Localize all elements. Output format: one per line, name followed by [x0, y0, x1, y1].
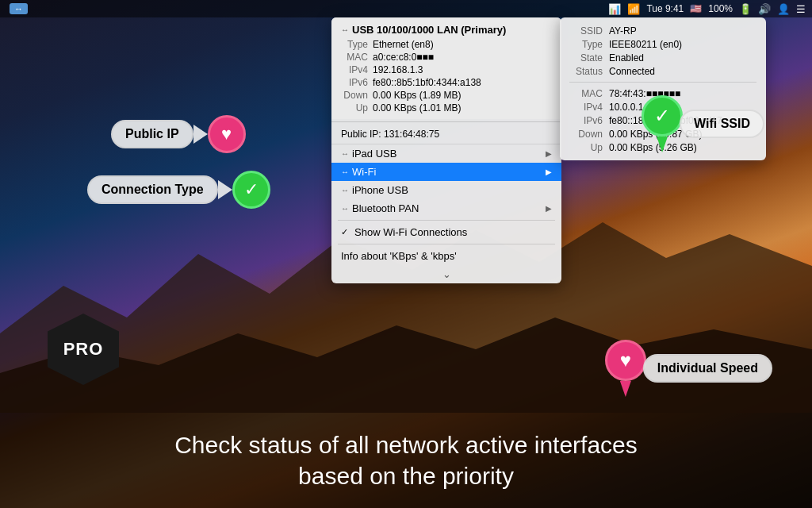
individual-speed-pointer: ♥ — [605, 340, 646, 397]
public-ip-row: Public IP: 131:64:48:75 — [331, 125, 561, 144]
battery-icon: 🔋 — [739, 3, 752, 15]
show-wifi-checkmark: ✓ — [341, 227, 348, 237]
menubar-left: ↔ — [10, 3, 28, 14]
wifi-ipv4-label: IPv4 — [569, 102, 603, 113]
ssid-label: SSID — [569, 25, 603, 37]
menubar: ↔ 📊 📶 Tue 9:41 🇺🇸 100% 🔋 🔊 👤 ☰ — [0, 0, 812, 17]
wifi-arrows: ↔ — [341, 167, 349, 176]
iphone-usb-item[interactable]: ↔ iPhone USB — [331, 181, 561, 199]
wifi-type-row: Type IEEE80211 (en0) — [569, 37, 756, 51]
wifi-divider — [569, 82, 756, 83]
down-row: Down 0.00 KBps (1.89 MB) — [341, 89, 552, 102]
wifi-state-row: State Enabled — [569, 51, 756, 64]
ipad-usb-arrows: ↔ — [341, 149, 349, 158]
separator-1 — [338, 220, 555, 221]
wifi-chevron: ▶ — [546, 167, 552, 176]
connection-type-icon: ✓ — [232, 171, 270, 209]
checkmark-icon: ✓ — [244, 179, 259, 200]
wifi-ssid-tail — [657, 137, 668, 152]
wifi-status-label: Status — [569, 66, 603, 77]
bluetooth-pan-item[interactable]: ↔ Bluetooth PAN ▶ — [331, 199, 561, 217]
wifi-down-label: Down — [569, 129, 603, 140]
ssid-row: SSID AY-RP — [569, 24, 756, 37]
wifi-up-label: Up — [569, 142, 603, 153]
wifi-mac-label: MAC — [569, 88, 603, 99]
wifi-ssid-badge: ✓ Wifi SSID — [642, 95, 764, 152]
ipad-usb-item[interactable]: ↔ iPad USB ▶ — [331, 144, 561, 163]
up-row: Up 0.00 KBps (1.01 MB) — [341, 102, 552, 114]
ssid-value: AY-RP — [609, 25, 637, 37]
wifi-type-label: Type — [569, 39, 603, 50]
public-ip-icon: ♥ — [208, 115, 246, 153]
ipv6-row: IPv6 fe80::8b5:1bf0:4344:a138 — [341, 76, 552, 89]
bottom-bar: Check status of all network active inter… — [0, 413, 812, 508]
show-wifi-item[interactable]: ✓ Show Wi-Fi Connections — [331, 223, 561, 241]
wifi-menubar-icon: 📶 — [627, 3, 640, 15]
header-divider — [331, 121, 561, 122]
app-menu-icon[interactable]: ↔ — [10, 3, 28, 14]
public-ip-arrow — [193, 125, 208, 144]
wifi-status-value: Connected — [609, 66, 655, 77]
type-row: Type Ethernet (en8) — [341, 38, 552, 51]
user-icon: 👤 — [777, 3, 790, 15]
flag-icon: 🇺🇸 — [690, 3, 702, 14]
wifi-ssid-checkmark: ✓ — [654, 105, 670, 127]
individual-speed-icon: ♥ — [605, 340, 646, 381]
arrows-icon: ↔ — [341, 25, 349, 34]
wifi-state-label: State — [569, 52, 603, 64]
pro-text: PRO — [63, 339, 104, 360]
app-icon-arrows: ↔ — [14, 4, 23, 13]
wifi-ssid-icon: ✓ — [642, 95, 683, 137]
pro-badge: PRO — [48, 314, 119, 385]
hamburger-icon[interactable]: ☰ — [796, 3, 806, 15]
info-item[interactable]: Info about 'KBps' & 'kbps' — [331, 247, 561, 265]
ipv4-row: IPv4 192.168.1.3 — [341, 64, 552, 76]
mac-row: MAC a0:ce:c8:0■■■ — [341, 51, 552, 64]
more-button[interactable]: ⌄ — [331, 265, 561, 283]
connection-type-arrow — [218, 180, 232, 199]
battery-indicator: 100% — [708, 3, 733, 14]
dropdown-header: ↔ USB 10/100/1000 LAN (Primary) Type Eth… — [331, 17, 561, 119]
iphone-usb-arrows: ↔ — [341, 186, 349, 194]
wifi-ssid-pointer: ✓ — [642, 95, 683, 152]
activity-icon: 📊 — [608, 3, 621, 15]
bluetooth-arrows: ↔ — [341, 204, 349, 213]
individual-speed-tail — [620, 381, 631, 397]
connection-type-badge: Connection Type ✓ — [87, 171, 270, 209]
wifi-state-value: Enabled — [609, 52, 644, 64]
bottom-line-1: Check status of all network active inter… — [174, 429, 638, 460]
wifi-ipv6-label: IPv6 — [569, 115, 603, 126]
wifi-type-value: IEEE80211 (en0) — [609, 39, 682, 50]
menubar-time: Tue 9:41 — [646, 3, 684, 14]
dropdown-menu: ↔ USB 10/100/1000 LAN (Primary) Type Eth… — [331, 17, 561, 283]
ipad-usb-chevron: ▶ — [546, 149, 552, 158]
bottom-text: Check status of all network active inter… — [174, 429, 638, 491]
heart-icon: ♥ — [221, 124, 232, 144]
individual-speed-label: Individual Speed — [643, 354, 772, 383]
connection-type-label: Connection Type — [87, 175, 218, 204]
public-ip-badge: Public IP ♥ — [111, 115, 246, 153]
menubar-right: 📊 📶 Tue 9:41 🇺🇸 100% 🔋 🔊 👤 ☰ — [608, 3, 806, 15]
separator-2 — [338, 244, 555, 244]
bottom-line-2: based on the priority — [174, 460, 638, 491]
pro-hexagon: PRO — [48, 314, 119, 385]
bluetooth-chevron: ▶ — [546, 204, 552, 213]
wifi-ssid-label: Wifi SSID — [680, 110, 764, 138]
public-ip-label: Public IP — [111, 120, 193, 148]
wifi-item[interactable]: ↔ Wi-Fi ▶ — [331, 163, 561, 181]
wifi-status-row: Status Connected — [569, 64, 756, 78]
individual-speed-badge: ♥ Individual Speed — [605, 340, 772, 397]
individual-speed-heart: ♥ — [620, 349, 631, 371]
primary-interface-name: ↔ USB 10/100/1000 LAN (Primary) — [341, 24, 552, 36]
volume-icon: 🔊 — [758, 3, 771, 15]
